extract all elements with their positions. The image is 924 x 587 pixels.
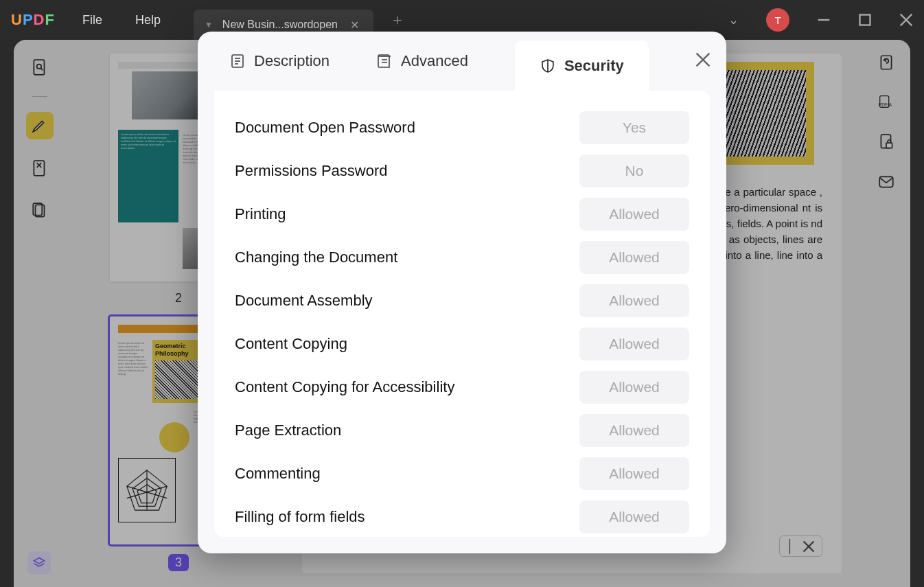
chevron-down-icon[interactable]: ⌄: [728, 12, 739, 27]
tab-label: Advanced: [401, 52, 468, 70]
tab-title: New Busin...swordopen: [222, 19, 338, 31]
security-value: Allowed: [579, 371, 689, 404]
rotate-icon[interactable]: [877, 54, 895, 74]
security-row: Page ExtractionAllowed: [235, 408, 689, 452]
svg-rect-4: [34, 60, 44, 75]
add-tab-button[interactable]: ＋: [390, 10, 405, 30]
security-label: Changing the Document: [235, 249, 397, 266]
modal-body: Document Open PasswordYes Permissions Pa…: [214, 91, 710, 537]
description-icon: [229, 53, 246, 69]
security-row: PrintingAllowed: [235, 192, 689, 235]
window-close-icon[interactable]: [899, 13, 913, 27]
security-label: Printing: [235, 205, 286, 223]
edit-tool-icon[interactable]: [26, 154, 54, 182]
svg-rect-18: [881, 56, 891, 69]
svg-rect-22: [886, 143, 892, 148]
security-value: Allowed: [579, 241, 689, 274]
security-value: Allowed: [579, 500, 689, 533]
advanced-icon: [376, 53, 393, 69]
svg-text:PDF/A: PDF/A: [879, 102, 892, 107]
security-row: CommentingAllowed: [235, 452, 689, 495]
doc-footer-controls[interactable]: │: [779, 536, 822, 557]
security-row: Document Open PasswordYes: [235, 106, 689, 149]
security-label: Commenting: [235, 465, 321, 483]
tab-description[interactable]: Description: [229, 52, 330, 70]
pages-tool-icon[interactable]: [26, 197, 54, 225]
toolbar-divider: [32, 96, 47, 97]
modal-close-button[interactable]: [695, 52, 711, 70]
footer-close-icon[interactable]: [802, 540, 815, 553]
security-label: Permissions Password: [235, 162, 388, 180]
security-label: Page Extraction: [235, 422, 341, 439]
security-value: Allowed: [579, 414, 689, 447]
security-row: Filling of form fieldsAllowed: [235, 495, 689, 538]
tab-label: Description: [254, 52, 330, 70]
security-value: Allowed: [579, 198, 689, 231]
right-toolbar: PDF/A: [869, 54, 903, 194]
security-label: Content Copying: [235, 335, 347, 353]
menu-help[interactable]: Help: [135, 13, 161, 27]
tab-dropdown-icon[interactable]: ▼: [205, 20, 213, 30]
window-minimize-icon[interactable]: [817, 13, 831, 27]
highlight-tool-icon[interactable]: [26, 112, 54, 139]
security-label: Filling of form fields: [235, 508, 365, 526]
mail-icon[interactable]: [877, 173, 895, 194]
window-maximize-icon[interactable]: [858, 13, 872, 27]
layers-button[interactable]: [27, 551, 51, 575]
properties-modal: Description Advanced Security Document O…: [198, 32, 726, 553]
svg-rect-1: [860, 15, 870, 25]
security-label: Content Copying for Accessibility: [235, 378, 454, 396]
security-label: Document Assembly: [235, 292, 373, 310]
security-value: Yes: [579, 111, 689, 144]
tab-label: Security: [564, 57, 624, 75]
app-logo: UPDF: [11, 11, 55, 29]
left-toolbar: [21, 54, 59, 225]
modal-tabs: Description Advanced Security: [198, 32, 726, 91]
lock-doc-icon[interactable]: [877, 133, 895, 154]
tab-security[interactable]: Security: [515, 41, 649, 91]
security-value: Allowed: [579, 327, 689, 360]
security-row: Changing the DocumentAllowed: [235, 235, 689, 279]
tab-advanced[interactable]: Advanced: [376, 52, 468, 70]
svg-rect-7: [34, 161, 44, 176]
menu-file[interactable]: File: [82, 13, 102, 27]
svg-line-6: [41, 68, 43, 70]
security-row: Document AssemblyAllowed: [235, 279, 689, 322]
footer-divider-icon: │: [787, 539, 794, 553]
security-value: Allowed: [579, 457, 689, 490]
security-row: Content CopyingAllowed: [235, 322, 689, 365]
security-value: Allowed: [579, 284, 689, 317]
security-label: Document Open Password: [235, 119, 415, 137]
security-value: No: [579, 154, 689, 187]
tab-close-icon[interactable]: ✕: [347, 17, 362, 32]
security-row: Permissions PasswordNo: [235, 149, 689, 192]
avatar[interactable]: T: [766, 8, 789, 32]
search-page-icon[interactable]: [26, 54, 54, 81]
security-row: Content Copying for AccessibilityAllowed: [235, 365, 689, 408]
pdfa-icon[interactable]: PDF/A: [877, 93, 895, 114]
shield-icon: [540, 58, 556, 74]
thumbnail-number-3: 3: [89, 554, 268, 571]
